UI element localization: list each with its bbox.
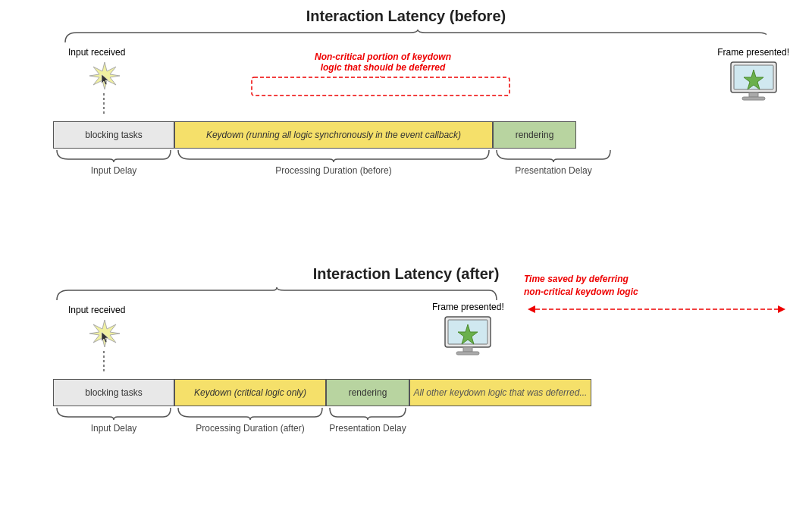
bottom-frame-presented: Frame presented! — [432, 302, 504, 359]
top-frame-label: Frame presented! — [717, 47, 789, 58]
top-annotation-box: Non-critical portion of keydownlogic tha… — [243, 52, 523, 99]
top-presentation-label: Presentation Delay — [493, 165, 614, 176]
svg-rect-19 — [463, 347, 472, 352]
top-input-dotted-line — [103, 93, 105, 116]
bottom-diagram: Interaction Latency (after) Time saved b… — [0, 265, 812, 289]
svg-marker-0 — [89, 62, 120, 89]
svg-rect-7 — [742, 97, 765, 100]
svg-rect-6 — [749, 92, 758, 97]
bottom-input-received: Input received — [68, 305, 125, 376]
bottom-input-label: Input received — [68, 305, 125, 315]
bottom-keydown-bar: Keydown (critical logic only) — [174, 379, 326, 406]
bottom-rendering-bar: rendering — [326, 379, 409, 406]
top-title: Interaction Latency (before) — [0, 8, 812, 25]
time-saved-arrow — [524, 302, 789, 317]
top-blocking-bar: blocking tasks — [53, 121, 174, 149]
svg-rect-20 — [456, 352, 479, 355]
time-saved-label: Time saved by deferringnon-critical keyd… — [524, 273, 789, 299]
svg-marker-11 — [778, 305, 785, 313]
top-diagram: Interaction Latency (before) Input recei… — [0, 8, 812, 31]
top-burst-icon — [76, 61, 133, 93]
top-input-delay-label: Input Delay — [53, 165, 174, 176]
bottom-presentation-brace: Presentation Delay — [326, 406, 409, 434]
bottom-processing-label: Processing Duration (after) — [174, 423, 326, 434]
time-saved-annotation: Time saved by deferringnon-critical keyd… — [524, 273, 789, 317]
top-input-received: Input received — [68, 47, 125, 118]
bottom-input-delay-label: Input Delay — [53, 423, 174, 434]
bottom-input-delay-brace: Input Delay — [53, 406, 174, 434]
top-frame-presented: Frame presented! — [717, 47, 789, 105]
bottom-presentation-label: Presentation Delay — [326, 423, 409, 434]
top-timeline-row: blocking tasks Keydown (running all logi… — [53, 121, 576, 149]
top-input-label: Input received — [68, 47, 125, 58]
bottom-deferred-bar: All other keydown logic that was deferre… — [409, 379, 591, 406]
svg-rect-8 — [252, 77, 509, 96]
top-presentation-brace: Presentation Delay — [493, 149, 614, 176]
top-keydown-bar: Keydown (running all logic synchronously… — [174, 121, 493, 149]
bottom-burst-icon — [76, 318, 133, 351]
bottom-processing-brace: Processing Duration (after) — [174, 406, 326, 434]
bottom-timeline-row: blocking tasks Keydown (critical logic o… — [53, 379, 591, 406]
top-annotation-text: Non-critical portion of keydownlogic tha… — [243, 52, 523, 73]
top-processing-label: Processing Duration (before) — [174, 165, 493, 176]
top-monitor-icon — [727, 61, 780, 102]
svg-marker-10 — [528, 305, 535, 313]
top-input-delay-brace: Input Delay — [53, 149, 174, 176]
bottom-frame-label: Frame presented! — [432, 302, 504, 312]
bottom-monitor-icon — [441, 315, 494, 357]
top-rendering-bar: rendering — [493, 121, 576, 149]
bottom-blocking-bar: blocking tasks — [53, 379, 174, 406]
svg-marker-13 — [89, 320, 120, 347]
bottom-input-dotted-line — [103, 351, 105, 374]
top-processing-brace: Processing Duration (before) — [174, 149, 493, 176]
top-big-brace-svg — [61, 29, 767, 44]
bottom-big-brace-svg — [53, 287, 500, 302]
